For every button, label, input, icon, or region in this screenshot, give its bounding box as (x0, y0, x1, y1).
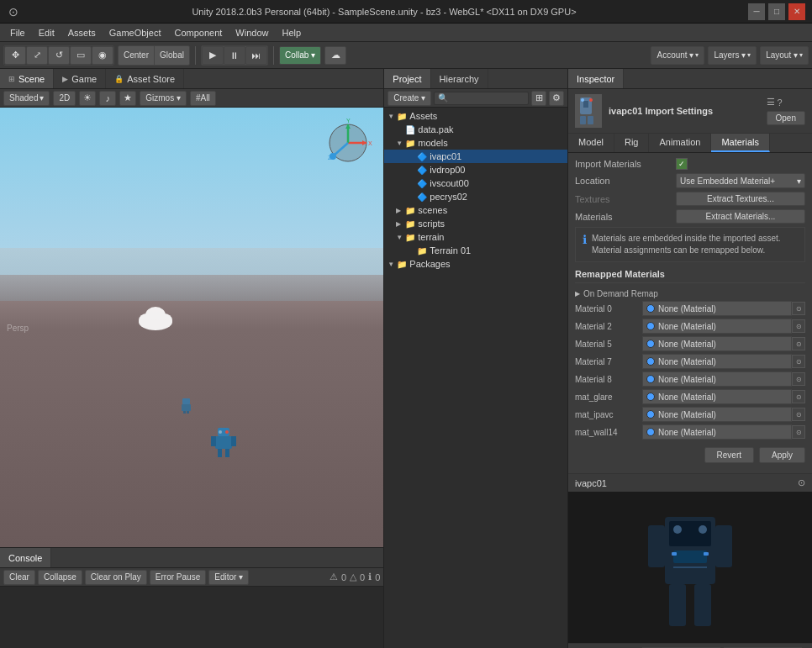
open-button[interactable]: Open (767, 111, 805, 125)
layers-button[interactable]: Layers ▾ ▾ (708, 46, 757, 65)
error-pause-button[interactable]: Error Pause (150, 570, 206, 585)
lighting-toggle[interactable]: ☀ (79, 91, 96, 106)
revert-button[interactable]: Revert (704, 447, 754, 463)
extract-materials-button[interactable]: Extract Materials... (676, 209, 805, 224)
menu-assets[interactable]: Assets (61, 26, 103, 40)
extract-textures-button[interactable]: Extract Textures... (676, 192, 805, 206)
mat8-settings-button[interactable]: ⊙ (792, 372, 805, 386)
minimize-button[interactable]: ─ (748, 3, 765, 20)
svg-rect-22 (182, 398, 190, 404)
2d-toggle[interactable]: 2D (53, 91, 76, 106)
rect-tool[interactable]: ◉ (92, 46, 113, 65)
location-dropdown[interactable]: Use Embedded Material+ ▾ (676, 173, 805, 188)
mat7-label: Material 7 (575, 357, 642, 366)
left-panel: ⊞ Scene ▶ Game 🔒 Asset Store Shaded ▾ 2D… (0, 69, 384, 648)
list-item[interactable]: ▼ 📁 models (384, 136, 567, 150)
mat0-settings-button[interactable]: ⊙ (792, 302, 805, 315)
tab-game[interactable]: ▶ Game (54, 69, 106, 88)
location-row: Location Use Embedded Material+ ▾ (575, 173, 805, 188)
preview-title: ivapc01 (575, 478, 607, 488)
hand-tool[interactable]: ✥ (4, 46, 26, 65)
tab-asset-store[interactable]: 🔒 Asset Store (106, 69, 184, 88)
list-item[interactable]: 🔷 pecrys02 (384, 190, 567, 203)
tab-model[interactable]: Model (568, 134, 614, 152)
list-item[interactable]: 🔷 ivscout00 (384, 176, 567, 190)
svg-rect-28 (580, 116, 586, 124)
menu-gameobject[interactable]: GameObject (103, 26, 168, 40)
editor-dropdown[interactable]: Editor ▾ (208, 570, 249, 585)
svg-rect-42 (672, 552, 677, 556)
list-item[interactable]: 🔷 ivapc01 (384, 150, 567, 163)
mat8-field: None (Material) (642, 371, 792, 387)
tab-project[interactable]: Project (384, 69, 430, 88)
list-item[interactable]: 📄 data.pak (384, 123, 567, 136)
list-item[interactable]: ▶ 📁 scenes (384, 203, 567, 217)
account-button[interactable]: Account ▾ ▾ (651, 46, 704, 65)
close-button[interactable]: ✕ (788, 3, 805, 20)
fx-toggle[interactable]: ★ (119, 91, 136, 106)
tab-hierarchy[interactable]: Hierarchy (431, 69, 488, 88)
all-filter[interactable]: #All (190, 91, 216, 106)
layout-button[interactable]: Layout ▾ ▾ (760, 46, 809, 65)
svg-rect-43 (704, 552, 709, 556)
middle-panel: Project Hierarchy Create ▾ 🔍 ⊞ ⚙ ▼ 📁 Ass… (384, 69, 568, 648)
cloud-button[interactable]: ☁ (324, 46, 346, 65)
assets-root[interactable]: ▼ 📁 Assets (384, 109, 567, 123)
collab-button[interactable]: Collab ▾ (279, 46, 321, 65)
mat5-settings-button[interactable]: ⊙ (792, 337, 805, 350)
matipavc-settings-button[interactable]: ⊙ (792, 408, 805, 421)
menu-file[interactable]: File (3, 26, 32, 40)
svg-rect-29 (588, 116, 593, 124)
clear-on-play-button[interactable]: Clear on Play (85, 570, 147, 585)
tab-console[interactable]: Console (0, 548, 51, 567)
help-button[interactable]: ? (778, 97, 783, 108)
global-toggle[interactable]: Global (155, 46, 189, 65)
location-label: Location (575, 176, 676, 186)
list-item[interactable]: ▼ 📁 Packages (384, 257, 567, 271)
menu-component[interactable]: Component (167, 26, 229, 40)
list-item[interactable]: ▼ 📁 terrain (384, 230, 567, 244)
list-item[interactable]: ▶ 📁 scripts (384, 217, 567, 230)
preview-settings-button[interactable]: ⊙ (798, 477, 805, 488)
settings-button[interactable]: ⚙ (549, 91, 564, 106)
list-item[interactable]: 🔷 ivdrop00 (384, 163, 567, 176)
scene-viewport[interactable]: Persp X Y Z (0, 108, 383, 547)
audio-toggle[interactable]: ♪ (99, 91, 116, 106)
maximize-button[interactable]: □ (768, 3, 785, 20)
project-search-bar[interactable]: 🔍 (434, 92, 529, 105)
menu-window[interactable]: Window (229, 26, 275, 40)
import-materials-checkbox[interactable]: ✓ (676, 158, 688, 170)
mat7-settings-button[interactable]: ⊙ (792, 355, 805, 368)
create-dropdown[interactable]: Create ▾ (388, 91, 431, 106)
pause-button[interactable]: ⏸ (224, 46, 245, 65)
move-tool[interactable]: ⤢ (26, 46, 48, 65)
gizmos-dropdown[interactable]: Gizmos ▾ (140, 91, 187, 106)
search-input[interactable] (448, 93, 525, 103)
tab-scene[interactable]: ⊞ Scene (0, 69, 54, 88)
menu-help[interactable]: Help (275, 26, 308, 40)
mat2-settings-button[interactable]: ⊙ (792, 319, 805, 333)
step-button[interactable]: ⏭ (245, 46, 267, 65)
apply-button[interactable]: Apply (759, 447, 805, 463)
center-toggle[interactable]: Center (119, 46, 155, 65)
menu-edit[interactable]: Edit (32, 26, 61, 40)
tab-animation[interactable]: Animation (649, 134, 711, 152)
play-button[interactable]: ▶ (202, 46, 224, 65)
rotate-tool[interactable]: ↺ (48, 46, 70, 65)
scale-tool[interactable]: ▭ (70, 46, 92, 65)
list-item[interactable]: 📁 Terrain 01 (384, 244, 567, 257)
tab-inspector[interactable]: Inspector (568, 69, 624, 88)
tab-rig[interactable]: Rig (614, 134, 650, 152)
matwall14-dot (646, 428, 655, 436)
datapak-label: data.pak (418, 124, 453, 134)
filter-button[interactable]: ⊞ (531, 91, 546, 106)
shaded-dropdown[interactable]: Shaded ▾ (3, 91, 50, 106)
preview-toggle-button[interactable]: ☰ (767, 97, 775, 108)
right-panel: Inspector ivapc01 Import Settings (568, 69, 812, 648)
tab-materials[interactable]: Materials (711, 134, 770, 152)
matwall14-settings-button[interactable]: ⊙ (792, 425, 805, 439)
matglare-settings-button[interactable]: ⊙ (792, 390, 805, 403)
on-demand-remap-header[interactable]: ▶ On Demand Remap (575, 287, 805, 301)
clear-button[interactable]: Clear (3, 570, 35, 585)
collapse-button[interactable]: Collapse (38, 570, 82, 585)
